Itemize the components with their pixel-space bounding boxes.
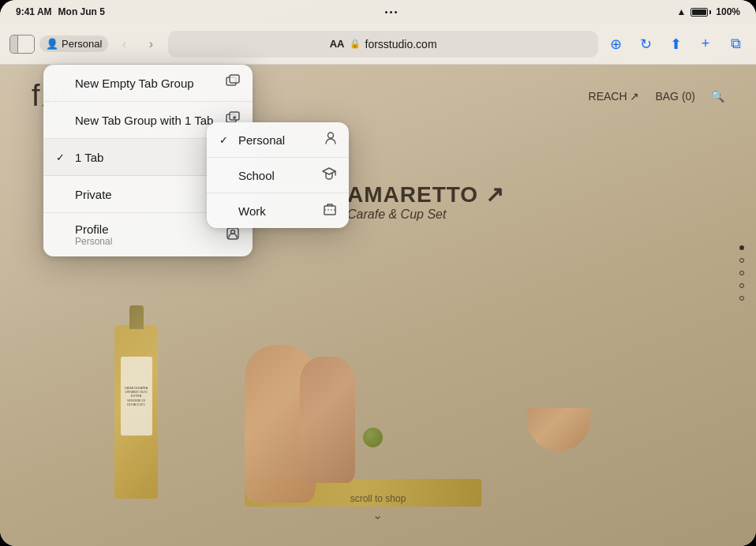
status-center-dots (385, 11, 397, 13)
status-left: 9:41 AM Mon Jun 5 (16, 6, 105, 17)
personal-person-icon (325, 132, 336, 148)
dot2 (390, 11, 392, 13)
profile-menu-icon (226, 226, 240, 244)
refresh-icon: ↻ (640, 36, 652, 53)
bag-link[interactable]: BAG (0) (655, 90, 695, 103)
pagination-dot-3 (739, 271, 744, 275)
private-label: Private (75, 188, 112, 201)
vase2-product (300, 357, 355, 483)
dot3 (395, 11, 397, 13)
status-right: ▲ 100% (676, 6, 740, 17)
site-nav-right: REACH ↗ BAG (0) 🔍 (589, 90, 724, 103)
tabs-button[interactable]: ⧉ (724, 33, 747, 55)
menu-item-left: Profile Personal (56, 223, 112, 247)
forward-icon: › (149, 37, 153, 51)
new-tab-group-with-tab-label: New Tab Group with 1 Tab (75, 114, 213, 127)
pagination-dot-1 (739, 245, 744, 250)
reader-view-button[interactable]: ⊕ (604, 33, 627, 55)
profile-pill-label: Personal (62, 38, 102, 50)
scroll-text: scroll to shop (350, 493, 406, 504)
submenu-left: School (219, 169, 275, 182)
search-icon[interactable]: 🔍 (711, 90, 724, 103)
profile-pill[interactable]: 👤 Personal (39, 36, 108, 52)
product-title: AMARETTO ↗ (347, 181, 504, 208)
reader-mode-button[interactable]: AA (330, 38, 345, 50)
work-building-icon (324, 203, 336, 219)
school-graduation-icon (322, 167, 336, 183)
share-icon: ⬆ (670, 36, 682, 53)
submenu-left: ✓ Personal (219, 133, 285, 147)
profile-item: Profile Personal (75, 223, 112, 247)
sidebar-icon (10, 36, 18, 53)
toolbar-left: 👤 Personal ‹ › (9, 33, 162, 55)
profile-sublabel: Personal (75, 236, 112, 247)
toolbar-right: ⊕ ↻ ⬆ + ⧉ (604, 33, 747, 55)
ipad-frame: førs REACH ↗ BAG (0) 🔍 AMARETTO ↗ Carafe… (0, 0, 756, 546)
battery-body (691, 8, 708, 17)
submenu-left: Work (219, 204, 266, 218)
profile-label: Profile (75, 223, 112, 236)
menu-item-new-empty-tab-group[interactable]: New Empty Tab Group (43, 65, 253, 102)
pagination-dot-4 (739, 283, 744, 288)
menu-item-left: Private (56, 188, 112, 201)
refresh-button[interactable]: ↻ (634, 33, 657, 55)
personal-label: Personal (238, 133, 285, 147)
submenu-item-personal[interactable]: ✓ Personal (207, 122, 349, 158)
school-label: School (238, 169, 275, 182)
product-subtitle: Carafe & Cup Set (347, 208, 504, 222)
svg-rect-1 (230, 75, 239, 83)
add-tab-button[interactable]: + (694, 33, 717, 55)
menu-item-left: New Tab Group with 1 Tab (56, 114, 213, 127)
status-time: 9:41 AM (16, 6, 52, 17)
share-button[interactable]: ⬆ (664, 33, 687, 55)
pagination-dot-5 (739, 296, 744, 301)
checkmark-personal: ✓ (219, 134, 232, 146)
product-headline: AMARETTO ↗ Carafe & Cup Set (347, 181, 504, 222)
add-icon: + (702, 36, 710, 52)
bottle-product: CASA OLEARIA ORSANO OLIO EXTRA VERGINE D… (114, 325, 158, 499)
status-bar: 9:41 AM Mon Jun 5 ▲ 100% (0, 0, 756, 24)
new-empty-tab-group-label: New Empty Tab Group (75, 77, 194, 90)
address-bar[interactable]: AA 🔒 forsstudio.com (168, 31, 598, 58)
sidebar-toggle-button[interactable] (9, 35, 35, 54)
scroll-arrow-icon: ⌄ (350, 507, 406, 522)
battery-percentage: 100% (716, 6, 740, 17)
reach-link[interactable]: REACH ↗ (589, 90, 640, 103)
pagination-dot-2 (739, 258, 744, 263)
back-icon: ‹ (122, 37, 126, 51)
1-tab-label: 1 Tab (75, 151, 103, 164)
lock-icon: 🔒 (350, 39, 361, 49)
bottle-label: CASA OLEARIA ORSANO OLIO EXTRA VERGINE D… (121, 357, 152, 436)
work-label: Work (238, 204, 266, 218)
forward-button[interactable]: › (140, 33, 162, 55)
wifi-icon: ▲ (676, 6, 686, 17)
status-day: Mon Jun 5 (58, 6, 105, 17)
menu-item-left: New Empty Tab Group (56, 77, 194, 90)
battery-tip (709, 10, 711, 14)
toolbar: 👤 Personal ‹ › AA 🔒 forsstudio.com ⊕ ↻ (0, 24, 756, 65)
reader-view-icon: ⊕ (610, 36, 622, 53)
profile-submenu: ✓ Personal School (207, 122, 349, 228)
battery-indicator (691, 8, 711, 17)
dot1 (385, 11, 387, 13)
cup-product (527, 408, 590, 451)
olive-product (363, 428, 383, 447)
tabs-icon: ⧉ (731, 36, 741, 52)
back-button[interactable]: ‹ (113, 33, 135, 55)
checkmark-1tab: ✓ (56, 151, 69, 163)
pagination-dots (739, 245, 744, 301)
new-empty-tab-group-icon (226, 74, 240, 92)
battery-fill (692, 9, 706, 15)
url-display: forsstudio.com (365, 38, 437, 50)
submenu-item-work[interactable]: Work (207, 193, 349, 228)
scroll-indicator: scroll to shop ⌄ (350, 493, 406, 522)
svg-rect-11 (324, 206, 335, 215)
svg-point-9 (328, 133, 334, 138)
submenu-item-school[interactable]: School (207, 158, 349, 193)
profile-pill-icon: 👤 (46, 38, 58, 50)
menu-item-left: ✓ 1 Tab (56, 151, 103, 164)
